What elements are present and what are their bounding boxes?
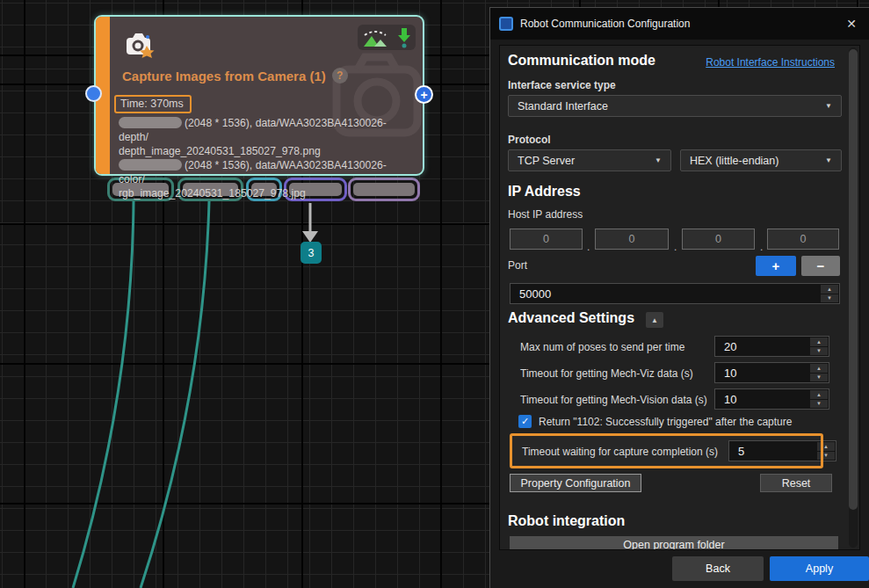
download-result-icon [397,27,411,48]
port-spinner[interactable]: ▲▼ [821,285,838,302]
max-poses-label: Max num of poses to send per time [520,341,684,353]
dialog-title: Robot Communication Configuration [520,18,690,30]
chevron-down-icon: ▼ [825,102,832,110]
capture-timeout-label: Timeout waiting for capture completion (… [522,446,718,458]
interface-service-type-label: Interface service type [508,79,616,91]
reset-button[interactable]: Reset [760,474,832,492]
camera-icon [125,31,155,59]
add-port-button[interactable]: + [756,256,796,276]
node-output-log: (2048 * 1536), data/WAA3023BA4130026-dep… [119,116,409,200]
ip-address-heading: IP Address [508,184,581,200]
mech-vision-timeout-label: Timeout for getting Mech-Vision data (s) [520,394,707,406]
open-program-folder-button[interactable]: Open program folder [510,536,838,550]
mech-viz-timeout-label: Timeout for getting Mech-Viz data (s) [520,367,693,380]
chevron-down-icon: ▼ [825,156,832,164]
redacted-text [119,159,182,171]
advanced-settings-heading: Advanced Settings [508,310,634,326]
back-button[interactable]: Back [672,556,764,581]
port-input[interactable]: 50000 ▲▼ [510,283,840,304]
property-configuration-button[interactable]: Property Configuration [510,474,641,492]
host-ip-label: Host IP address [508,208,583,221]
redacted-text [119,117,182,128]
max-poses-input[interactable]: 20 ▲▼ [714,336,829,357]
format-select[interactable]: HEX (little-endian) ▼ [680,149,842,171]
dialog-titlebar[interactable]: Robot Communication Configuration ✕ [490,8,869,40]
chevron-down-icon: ▼ [655,156,662,164]
protocol-label: Protocol [508,134,551,146]
dialog-content-panel: Communication mode Robot Interface Instr… [499,45,860,550]
node-title: Capture Images from Camera (1) [122,69,326,83]
remove-port-button[interactable]: − [801,256,840,276]
ip-octet-2[interactable]: 0 [595,229,669,250]
capture-timeout-input[interactable]: 5 ▲▼ [728,440,836,461]
capture-images-node[interactable]: Capture Images from Camera (1) ? Time: 3… [94,15,424,176]
image-preview-icon [363,28,387,47]
flow-order-badge: 3 [301,242,322,264]
return-1102-label: Return "1102: Successfully triggered" af… [539,416,792,428]
port-label: Port [508,259,527,272]
mech-viz-timeout-input[interactable]: 10 ▲▼ [714,362,829,383]
interface-service-type-select[interactable]: Standard Interface ▼ [508,95,842,117]
node-header-icon-group[interactable] [358,25,416,50]
collapse-icon[interactable]: ▲ [646,312,663,328]
ip-octet-3[interactable]: 0 [682,229,755,250]
communication-mode-heading: Communication mode [508,53,655,69]
robot-interface-instructions-link[interactable]: Robot Interface Instructions [706,56,835,69]
node-input-port[interactable] [85,85,102,102]
protocol-select[interactable]: TCP Server ▼ [508,149,671,171]
mech-vision-timeout-input[interactable]: 10 ▲▼ [714,388,829,410]
close-icon[interactable]: ✕ [843,17,860,31]
execution-time-badge: Time: 370ms [114,95,192,113]
robot-integration-heading: Robot integration [508,513,625,529]
ip-octet-4[interactable]: 0 [767,229,839,250]
add-output-icon[interactable]: + [415,85,433,104]
apply-button[interactable]: Apply [770,556,869,581]
robot-communication-configuration-dialog: Robot Communication Configuration ✕ Comm… [489,7,869,588]
app-logo-icon [499,17,513,31]
help-icon[interactable]: ? [332,68,348,83]
scrollbar-handle[interactable] [849,49,858,510]
return-1102-checkbox[interactable]: ✓ [518,415,532,428]
ip-octet-1[interactable]: 0 [510,229,583,250]
